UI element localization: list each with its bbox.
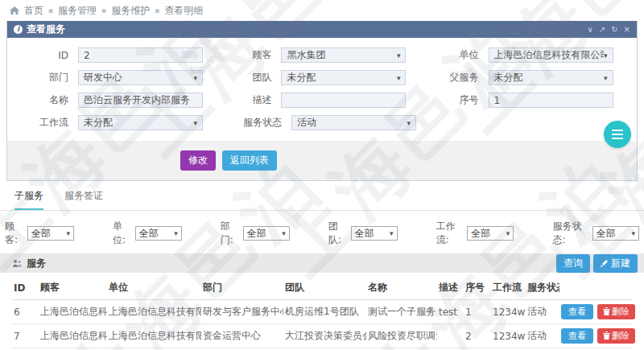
- name-input[interactable]: 邑泊云服务开发内部服务: [78, 93, 203, 108]
- form-row: ID 2 顾客 黑水集团▾ 单位 上海邑泊信息科技有限公司▾: [15, 47, 629, 63]
- field-label: 服务状态: [229, 116, 291, 130]
- field-workflow: 工作流 未分配▾: [15, 115, 229, 130]
- table-cell: test: [437, 300, 464, 324]
- field-value: 活动: [297, 116, 316, 130]
- description-input[interactable]: [281, 93, 406, 108]
- table-cell: 1234wf: [491, 300, 526, 324]
- breadcrumb-item-service-maint[interactable]: 服务维护: [111, 4, 150, 18]
- table-cell: 风险投资尽职调查: [366, 324, 437, 348]
- department-filter-select[interactable]: 全部▾: [243, 226, 290, 241]
- close-icon[interactable]: ×: [624, 25, 630, 34]
- filter-bar: 顾客: 全部▾ 单位: 全部▾ 部门: 全部▾ 团队: 全部▾ 工作流: 全部▾…: [0, 211, 644, 253]
- chevron-down-icon: ▾: [390, 229, 394, 237]
- tab-service-visa[interactable]: 服务签证: [64, 189, 103, 210]
- filter-customer: 顾客: 全部▾: [5, 220, 74, 247]
- field-department: 部门 研发中心▾: [15, 70, 218, 85]
- team-filter-select[interactable]: 全部▾: [351, 226, 398, 241]
- field-label: 序号: [426, 93, 489, 107]
- expand-icon[interactable]: ↗: [599, 25, 605, 34]
- chevron-down-icon: ▾: [604, 74, 608, 82]
- filter-value: 全部: [355, 227, 374, 241]
- table-row: 7上海邑泊信息科技上海邑泊信息科技有限公司资金运营中心大江投资决策委员会风险投资…: [12, 324, 632, 348]
- delete-label: 删除: [612, 331, 630, 341]
- chevron-down-icon: ▾: [397, 74, 401, 82]
- field-label: 顾客: [218, 48, 281, 62]
- breadcrumb-item-service-mgmt[interactable]: 服务管理: [58, 4, 97, 18]
- tab-sub-services[interactable]: 子服务: [14, 189, 43, 210]
- chevron-down-icon: ▾: [506, 229, 510, 237]
- field-label: 单位: [426, 48, 489, 62]
- table-cell: 6: [12, 300, 39, 324]
- workflow-select[interactable]: 未分配▾: [78, 115, 203, 130]
- query-button[interactable]: 查询: [556, 254, 590, 273]
- column-header: 服务状态: [526, 276, 559, 300]
- modify-button[interactable]: 修改: [180, 150, 216, 171]
- filter-workflow: 工作流: 全部▾: [436, 220, 514, 247]
- breadcrumb-item-view-detail[interactable]: 查看明细: [164, 4, 203, 18]
- parent-service-select[interactable]: 未分配▾: [489, 70, 613, 85]
- team-select[interactable]: 未分配▾: [281, 70, 406, 85]
- filter-label: 团队:: [328, 220, 349, 247]
- table-cell: 上海邑泊信息科技: [39, 324, 107, 348]
- field-parent-service: 父服务 未分配▾: [426, 70, 629, 85]
- service-status-select[interactable]: 活动▾: [291, 115, 416, 130]
- back-to-list-button[interactable]: 返回列表: [222, 150, 277, 171]
- field-description: 描述: [218, 93, 425, 108]
- id-input[interactable]: 2: [78, 47, 203, 63]
- field-label: 描述: [218, 93, 281, 107]
- delete-button[interactable]: 删除: [597, 304, 635, 319]
- form-row: 名称 邑泊云服务开发内部服务 描述 序号 1: [15, 93, 629, 108]
- create-label: 新建: [611, 257, 630, 270]
- table-cell: 大江投资决策委员会: [283, 324, 366, 348]
- table-cell: 资金运营中心: [201, 324, 283, 348]
- panel-controls: ∨ ↗ ↻ ×: [588, 25, 631, 34]
- table-cell: 研发与客户服务中心: [201, 300, 283, 324]
- field-value: 1: [494, 95, 501, 106]
- hamburger-icon: [612, 130, 623, 131]
- unit-filter-select[interactable]: 全部▾: [135, 226, 182, 241]
- panel-title: 查看服务: [27, 23, 65, 36]
- filter-label: 单位:: [113, 220, 133, 247]
- table-cell: 活动: [526, 324, 559, 348]
- unit-select[interactable]: 上海邑泊信息科技有限公司▾: [489, 47, 613, 63]
- delete-button[interactable]: 删除: [597, 328, 635, 344]
- panel-header: i 查看服务 ∨ ↗ ↻ ×: [7, 21, 637, 38]
- chevron-down-icon: ▾: [193, 119, 197, 127]
- floating-menu-button[interactable]: [604, 121, 631, 148]
- section-title-wrap: 服务: [13, 257, 46, 270]
- collapse-icon[interactable]: ∨: [588, 25, 593, 34]
- panel-body: ID 2 顾客 黑水集团▾ 单位 上海邑泊信息科技有限公司▾ 部门: [7, 38, 637, 180]
- customer-filter-select[interactable]: 全部▾: [27, 226, 74, 241]
- field-value: 未分配: [84, 116, 113, 130]
- pencil-icon: [601, 259, 609, 267]
- filter-value: 全部: [247, 227, 266, 241]
- chevron-down-icon: ▾: [66, 229, 70, 237]
- field-label: 工作流: [15, 116, 78, 130]
- department-select[interactable]: 研发中心▾: [78, 70, 203, 85]
- view-service-panel: i 查看服务 ∨ ↗ ↻ × ID 2 顾客 黑水集团▾: [6, 21, 638, 181]
- field-service-status: 服务状态 活动▾: [229, 115, 446, 130]
- page: 上海邑泊 上海邑泊 上海邑泊 上海邑泊 上海邑泊 上海邑泊 上海邑泊 首页 ▪ …: [0, 0, 644, 350]
- breadcrumb-home[interactable]: 首页: [24, 4, 43, 18]
- breadcrumb-separator-icon: ▪: [155, 6, 159, 14]
- create-button[interactable]: 新建: [593, 254, 638, 273]
- field-value: 未分配: [287, 71, 316, 84]
- filter-label: 部门:: [221, 220, 241, 247]
- table-cell: 上海邑泊信息科技有限公司: [107, 300, 201, 324]
- form-actions: 修改 返回列表: [7, 141, 637, 180]
- customer-select[interactable]: 黑水集团▾: [281, 47, 406, 63]
- refresh-icon[interactable]: ↻: [611, 25, 617, 34]
- sequence-input[interactable]: 1: [489, 93, 613, 108]
- table-cell: 2: [464, 324, 491, 348]
- view-button[interactable]: 查看: [561, 328, 593, 344]
- service-status-filter-select[interactable]: 全部▾: [592, 226, 639, 241]
- field-label: 部门: [15, 71, 78, 84]
- field-sequence: 序号 1: [426, 93, 629, 108]
- table-cell: 7: [12, 324, 39, 348]
- view-button[interactable]: 查看: [561, 304, 593, 319]
- home-icon: [10, 5, 19, 16]
- field-label: 名称: [15, 93, 78, 107]
- field-team: 团队 未分配▾: [218, 70, 425, 85]
- workflow-filter-select[interactable]: 全部▾: [467, 226, 514, 241]
- panel-title-wrap: i 查看服务: [14, 23, 65, 36]
